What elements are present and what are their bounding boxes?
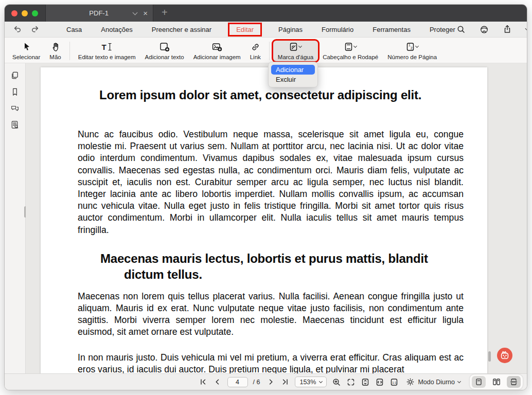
add-image-button[interactable]: Adicionar imagem — [189, 41, 245, 61]
display-mode-select[interactable]: Modo Diurno — [404, 378, 463, 386]
chevron-down-icon — [353, 44, 357, 48]
letter-t-glyph: T — [102, 43, 107, 51]
toolbar-divider — [69, 42, 70, 60]
tab-formulario[interactable]: Formulário — [321, 24, 354, 35]
hand-icon — [51, 42, 60, 52]
tool-label: Selecionar — [12, 54, 40, 60]
page-thumbnails-icon[interactable] — [10, 70, 20, 80]
search-document-icon[interactable] — [10, 120, 20, 129]
link-icon — [251, 42, 260, 52]
support-icon[interactable] — [480, 25, 489, 34]
two-page-view-button[interactable] — [489, 376, 503, 388]
cursor-icon — [22, 42, 31, 52]
tool-label: Cabeçalho e Rodapé — [323, 54, 378, 60]
document-heading-2: Maecenas mauris lectus, lobortis et puru… — [78, 250, 464, 282]
page-number-button[interactable]: 12 Número de Página — [383, 41, 441, 61]
svg-text:2: 2 — [411, 46, 413, 50]
document-paragraph-3: In non mauris justo. Duis vehicula mi ve… — [78, 352, 464, 373]
tab-preencher-e-assinar[interactable]: Preencher e assinar — [151, 24, 212, 35]
add-text-icon — [159, 42, 170, 52]
display-mode-label: Modo Diurno — [418, 379, 455, 386]
chevron-down-icon — [319, 379, 323, 383]
watermark-icon — [289, 42, 302, 52]
last-page-icon[interactable] — [280, 378, 290, 387]
fit-height-icon[interactable] — [361, 378, 370, 387]
main-area: Lorem ipsum dolor sit amet, consectetur … — [5, 63, 527, 373]
tab-paginas[interactable]: Páginas — [277, 24, 304, 35]
left-panel-bar — [5, 63, 26, 373]
zoom-window-button[interactable] — [32, 10, 38, 16]
sun-icon — [406, 378, 415, 386]
tab-ferramentas[interactable]: Ferramentas — [371, 24, 412, 35]
first-page-icon[interactable] — [199, 378, 208, 387]
menu-item-excluir[interactable]: Excluir — [271, 75, 315, 84]
document-canvas[interactable]: Lorem ipsum dolor sit amet, consectetur … — [26, 63, 527, 373]
menu-item-adicionar[interactable]: Adicionar — [271, 65, 315, 75]
watermark-dropdown-menu: Adicionar Excluir — [268, 62, 318, 87]
pdf-page[interactable]: Lorem ipsum dolor sit amet, consectetur … — [41, 67, 487, 373]
title-bar: PDF-1 × + — [5, 5, 527, 22]
zoom-in-icon[interactable] — [332, 378, 341, 387]
zoom-level-select[interactable]: 153% — [295, 376, 327, 387]
tab-editar[interactable]: Editar — [229, 24, 260, 35]
document-tab[interactable]: PDF-1 × — [45, 5, 153, 22]
add-text-button[interactable]: Adicionar texto — [140, 41, 189, 61]
document-tab-title: PDF-1 — [64, 9, 133, 17]
document-paragraph-1: Nunc ac faucibus odio. Vestibulum neque … — [78, 129, 464, 236]
assistant-robot-button[interactable] — [496, 347, 513, 364]
tool-label: Editar texto e imagem — [78, 54, 136, 60]
zoom-level-value: 153% — [299, 379, 316, 386]
tab-proteger[interactable]: Proteger — [429, 24, 456, 35]
actual-size-icon[interactable]: 1:1 — [389, 378, 399, 387]
search-icon[interactable] — [456, 25, 466, 34]
link-button[interactable]: Link — [245, 41, 265, 61]
tool-label: Marca d'água — [278, 54, 313, 60]
continuous-scroll-view-button[interactable] — [507, 376, 521, 388]
header-footer-button[interactable]: Cabeçalho e Rodapé — [318, 41, 383, 61]
share-icon[interactable] — [503, 25, 512, 34]
tool-label: Adicionar texto — [145, 54, 184, 60]
minimize-window-button[interactable] — [22, 10, 28, 16]
ribbon-tab-bar: Casa Anotações Preencher e assinar Edita… — [5, 22, 527, 38]
hand-tool-button[interactable]: Mão — [45, 41, 65, 61]
page-number-icon: 12 — [406, 42, 418, 52]
single-page-view-button[interactable] — [472, 376, 486, 388]
undo-icon[interactable] — [13, 25, 22, 34]
chevron-down-icon — [415, 44, 419, 48]
fit-width-icon[interactable] — [375, 378, 384, 387]
chevron-down-icon — [298, 44, 302, 48]
edit-toolbar: Selecionar Mão T Editar texto e imagem A… — [5, 38, 527, 63]
edit-text-icon: T — [102, 42, 112, 52]
add-image-icon — [211, 42, 222, 52]
app-window: PDF-1 × + Casa Anotações Preencher e ass… — [4, 4, 527, 390]
fit-page-icon[interactable] — [346, 378, 356, 387]
traffic-lights — [5, 5, 45, 22]
tool-label: Link — [250, 54, 261, 60]
canvas-scrollbar-thumb[interactable] — [488, 351, 491, 362]
svg-text:1:1: 1:1 — [393, 381, 397, 384]
watermark-button[interactable]: Marca d'água — [273, 41, 318, 61]
document-heading-1: Lorem ipsum dolor sit amet, consectetur … — [78, 87, 464, 103]
close-window-button[interactable] — [11, 10, 17, 16]
tab-casa[interactable]: Casa — [65, 24, 83, 35]
tool-label: Mão — [49, 54, 61, 60]
edit-text-image-button[interactable]: T Editar texto e imagem — [74, 41, 140, 61]
page-number-input[interactable] — [227, 377, 248, 387]
page-total-label: / 6 — [253, 379, 260, 386]
redo-icon[interactable] — [30, 25, 40, 34]
collapse-toolbar-chevron-icon[interactable] — [525, 26, 527, 31]
select-tool-button[interactable]: Selecionar — [8, 41, 45, 61]
tab-chevron-down-icon[interactable] — [133, 10, 138, 15]
bookmarks-icon[interactable] — [10, 87, 20, 96]
chevron-down-icon — [457, 379, 461, 383]
document-paragraph-2: Maecenas non lorem quis tellus placerat … — [78, 291, 464, 338]
header-footer-icon — [344, 42, 357, 52]
tab-close-icon[interactable]: × — [143, 9, 148, 17]
new-tab-button[interactable]: + — [153, 5, 168, 22]
toolbar-divider — [269, 42, 270, 60]
next-page-icon[interactable] — [266, 378, 275, 387]
tab-anotacoes[interactable]: Anotações — [100, 24, 133, 35]
tool-label: Adicionar imagem — [193, 54, 241, 60]
previous-page-icon[interactable] — [213, 378, 222, 387]
comments-icon[interactable] — [10, 103, 20, 113]
